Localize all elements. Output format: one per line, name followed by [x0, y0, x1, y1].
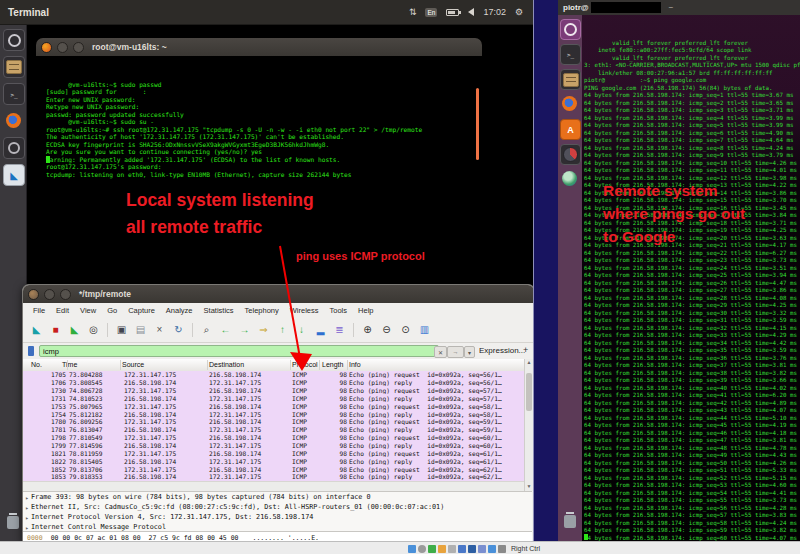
recording-icon[interactable] [478, 545, 486, 553]
menu-item[interactable]: View [80, 306, 96, 315]
gear-icon[interactable]: ⚙ [515, 7, 523, 17]
sound-icon[interactable] [468, 8, 474, 16]
filter-input[interactable] [39, 345, 439, 357]
col-time[interactable]: Time [62, 361, 77, 368]
go-back-icon[interactable]: ← [218, 322, 233, 337]
colorize-icon[interactable]: ≣ [332, 322, 347, 337]
open-file-icon[interactable]: ▣ [114, 322, 129, 337]
packet-row[interactable]: 1821 78.811959 172.31.147.175 216.58.198… [23, 449, 524, 457]
filter-bookmark-icon[interactable] [28, 346, 34, 356]
col-length[interactable]: Length [322, 361, 343, 368]
remote-terminal-titlebar[interactable]: piotr@ ~ [558, 0, 800, 15]
go-top-icon[interactable]: ↑ [275, 322, 290, 337]
expression-button[interactable]: Expression... [479, 346, 525, 355]
packet-row[interactable]: 1781 76.813047 216.58.198.174 172.31.147… [23, 426, 524, 434]
firefox-icon[interactable] [3, 110, 23, 130]
packet-list-vscrollbar[interactable]: ▲▼ [524, 359, 533, 491]
zoom-out-icon[interactable]: ⊖ [379, 322, 394, 337]
expander-icon[interactable]: ▸ [23, 514, 31, 521]
shared-folders-icon[interactable] [458, 545, 466, 553]
keyboard-indicator[interactable]: En [425, 8, 437, 17]
packet-row[interactable]: 1705 73.804288 172.31.147.175 216.58.198… [23, 371, 524, 379]
go-bottom-icon[interactable]: ↓ [294, 322, 309, 337]
col-destination[interactable]: Destination [209, 361, 244, 368]
menu-item[interactable]: Help [358, 306, 373, 315]
wireshark-icon[interactable]: ◣ [3, 164, 25, 186]
minimize-button[interactable] [57, 42, 68, 53]
display-icon[interactable] [468, 545, 476, 553]
go-to-packet-icon[interactable]: ⇒ [256, 322, 271, 337]
menu-item[interactable]: Analyze [166, 306, 193, 315]
packet-row[interactable]: 1853 79.818353 216.58.198.174 172.31.147… [23, 473, 524, 481]
menu-item[interactable]: Telephony [245, 306, 279, 315]
close-file-icon[interactable]: × [152, 322, 167, 337]
terminal-icon[interactable]: >_ [3, 83, 25, 105]
audio-icon[interactable] [428, 545, 436, 553]
reload-icon[interactable]: ↻ [171, 322, 186, 337]
terminal-titlebar[interactable]: root@vm-u16lts: ~ [36, 38, 482, 56]
files-icon[interactable] [3, 56, 25, 78]
network-icon[interactable] [438, 545, 446, 553]
disk-usage-analyzer-icon[interactable] [560, 144, 581, 165]
col-no[interactable]: No. [31, 361, 42, 368]
dash-icon[interactable] [3, 29, 25, 51]
filter-clear-icon[interactable]: ✕ [434, 346, 447, 358]
detail-line[interactable]: ▸Frame 393: 98 bytes on wire (784 bits),… [23, 492, 532, 502]
go-forward-icon[interactable]: → [237, 322, 252, 337]
wireshark-titlebar[interactable]: */tmp/remote [23, 285, 534, 303]
trash-icon[interactable] [3, 512, 23, 532]
expander-icon[interactable]: ▸ [23, 524, 31, 531]
packet-row[interactable]: 1753 75.807965 172.31.147.175 216.58.198… [23, 402, 524, 410]
menu-item[interactable]: Capture [128, 306, 155, 315]
zoom-in-icon[interactable]: ⊕ [360, 322, 375, 337]
expander-icon[interactable]: ▸ [23, 504, 31, 511]
auto-scroll-icon[interactable]: ▂ [313, 322, 328, 337]
col-protocol[interactable]: Protocol [292, 361, 318, 368]
packet-row[interactable]: 1754 75.812182 216.58.198.174 172.31.147… [23, 410, 524, 418]
menu-item[interactable]: Wireless [290, 306, 319, 315]
find-packet-icon[interactable]: ⌕ [199, 322, 214, 337]
dash-icon[interactable] [560, 19, 581, 40]
filter-dropdown-icon[interactable]: ▾ [464, 346, 475, 358]
mouse-icon[interactable] [498, 545, 506, 553]
optical-disk-icon[interactable] [418, 545, 426, 553]
zoom-100-icon[interactable]: ⊙ [398, 322, 413, 337]
clock[interactable]: 17:02 [483, 7, 506, 17]
trash-icon[interactable] [560, 512, 579, 531]
save-file-icon[interactable]: ▤ [133, 322, 148, 337]
detail-line[interactable]: ▸Ethernet II, Src: CadmusCo_c5:9c:fd (08… [23, 502, 532, 512]
minimize-button[interactable] [44, 289, 55, 300]
capture-restart-icon[interactable]: ◣ [67, 322, 82, 337]
close-button[interactable] [41, 42, 52, 53]
packet-row[interactable]: 1822 78.815405 216.58.198.174 172.31.147… [23, 457, 524, 465]
menu-item[interactable]: Tools [330, 306, 348, 315]
resize-columns-icon[interactable]: ▥ [417, 322, 432, 337]
hard-disk-icon[interactable] [408, 545, 416, 553]
menu-item[interactable]: Statistics [204, 306, 234, 315]
files-icon[interactable] [560, 69, 581, 90]
close-button[interactable] [28, 289, 39, 300]
capture-options-icon[interactable]: ◎ [86, 322, 101, 337]
menu-item[interactable]: Go [107, 306, 117, 315]
packet-row[interactable]: 1780 76.809256 172.31.147.175 216.58.198… [23, 418, 524, 426]
terminal-icon[interactable]: >_ [560, 44, 581, 65]
terminal-scrollbar[interactable] [476, 88, 479, 160]
browser-globe-icon[interactable] [560, 169, 579, 188]
packet-row[interactable]: 1852 79.813706 172.31.147.175 216.58.198… [23, 465, 524, 473]
expander-icon[interactable]: ▸ [23, 494, 31, 501]
firefox-icon[interactable] [560, 94, 579, 113]
software-center-icon[interactable]: A [560, 119, 581, 140]
sync-arrows-icon[interactable]: ⇅ [409, 7, 417, 17]
packet-row[interactable]: 1799 77.814596 216.58.198.174 172.31.147… [23, 442, 524, 450]
packet-row[interactable]: 1730 74.806728 172.31.147.175 216.58.198… [23, 387, 524, 395]
detail-line[interactable]: ▸Internet Protocol Version 4, Src: 172.3… [23, 512, 532, 522]
packet-row[interactable]: 1706 73.808545 216.58.198.174 172.31.147… [23, 379, 524, 387]
menu-item[interactable]: File [33, 306, 45, 315]
usb-icon[interactable] [448, 545, 456, 553]
col-source[interactable]: Source [122, 361, 144, 368]
packet-row[interactable]: 1798 77.810549 172.31.147.175 216.58.198… [23, 434, 524, 442]
features-icon[interactable] [488, 545, 496, 553]
menu-item[interactable]: Edit [56, 306, 69, 315]
capture-start-icon[interactable]: ◣ [29, 322, 44, 337]
battery-icon[interactable] [446, 9, 459, 16]
